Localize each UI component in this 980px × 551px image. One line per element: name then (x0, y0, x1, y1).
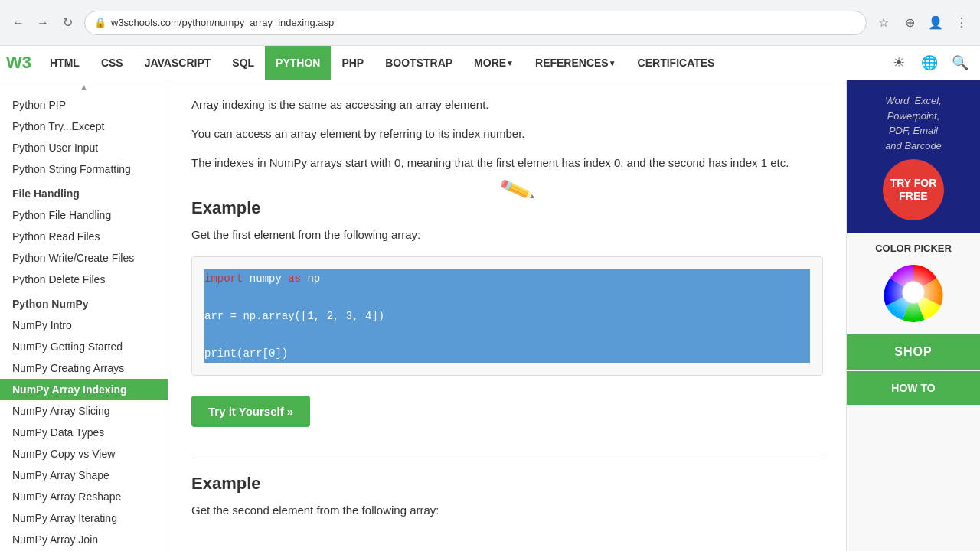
page-layout: ▲ Python PIP Python Try...Except Python … (0, 80, 980, 551)
content-para2: You can access an array element by refer… (191, 125, 823, 143)
how-to-button[interactable]: HOW TO (847, 371, 980, 405)
code-line-1: import numpy as np (204, 269, 810, 288)
nav-html[interactable]: HTML (39, 46, 90, 80)
ad-text-2: Powerpoint, (885, 109, 942, 124)
extensions-icon[interactable]: ⊕ (899, 12, 920, 34)
theme-toggle-icon[interactable]: ☀ (885, 49, 913, 77)
nav-css[interactable]: CSS (90, 46, 134, 80)
ad-text-4: and Barcode (885, 139, 942, 154)
right-sidebar: Word, Excel, Powerpoint, PDF, Email and … (846, 80, 980, 551)
example-desc-2: Get the second element from the followin… (191, 501, 823, 520)
sidebar-item-read-files[interactable]: Python Read Files (0, 226, 168, 247)
sidebar: ▲ Python PIP Python Try...Except Python … (0, 80, 168, 551)
sidebar-item-pip[interactable]: Python PIP (0, 94, 168, 116)
browser-icons: ☆ ⊕ 👤 ⋮ (873, 12, 972, 34)
content-para3: The indexes in NumPy arrays start with 0… (191, 154, 823, 172)
nav-sql[interactable]: SQL (221, 46, 265, 80)
site-logo[interactable]: W3 (6, 53, 31, 73)
bookmark-icon[interactable]: ☆ (873, 12, 894, 34)
nav-more[interactable]: MORE (463, 46, 524, 80)
address-bar[interactable]: 🔒 (84, 11, 867, 35)
sidebar-item-numpy-getting-started[interactable]: NumPy Getting Started (0, 336, 168, 357)
sidebar-item-numpy-array-iterating[interactable]: NumPy Array Iterating (0, 507, 168, 529)
code-import-keyword: import (204, 272, 243, 285)
sidebar-item-write-files[interactable]: Python Write/Create Files (0, 247, 168, 269)
sidebar-item-numpy-array-slicing[interactable]: NumPy Array Slicing (0, 400, 168, 422)
example-desc-1: Get the first element from the following… (191, 226, 823, 244)
ad-text: Word, Excel, Powerpoint, PDF, Email and … (885, 93, 942, 153)
refresh-button[interactable]: ↻ (57, 12, 78, 34)
main-nav: W3 HTML CSS JAVASCRIPT SQL PYTHON PHP BO… (0, 46, 980, 80)
try-it-yourself-button-1[interactable]: Try it Yourself » (191, 396, 310, 427)
url-input[interactable] (111, 17, 857, 28)
profile-icon[interactable]: 👤 (925, 12, 946, 34)
color-picker-section: COLOR PICKER (847, 233, 980, 334)
color-wheel-graphic[interactable] (883, 262, 944, 323)
scroll-up-indicator: ▲ (0, 80, 168, 94)
lock-icon: 🔒 (94, 17, 106, 28)
sidebar-item-numpy-creating-arrays[interactable]: NumPy Creating Arrays (0, 357, 168, 379)
browser-nav-buttons: ← → ↻ (8, 12, 78, 34)
sidebar-section-file-handling: File Handling (0, 180, 168, 204)
nav-python[interactable]: PYTHON (265, 46, 331, 80)
ad-try-free-button[interactable]: TRY FORFREE (883, 159, 944, 220)
sidebar-item-file-handling[interactable]: Python File Handling (0, 204, 168, 226)
content-para1: Array indexing is the same as accessing … (191, 96, 823, 114)
nav-items: HTML CSS JAVASCRIPT SQL PYTHON PHP BOOTS… (39, 46, 885, 80)
code-line-4 (204, 325, 810, 344)
content-divider (191, 458, 823, 458)
color-picker-title: COLOR PICKER (856, 243, 971, 254)
browser-chrome: ← → ↻ 🔒 ☆ ⊕ 👤 ⋮ (0, 0, 980, 46)
ad-text-3: PDF, Email (885, 123, 942, 139)
menu-icon[interactable]: ⋮ (951, 12, 972, 34)
sidebar-item-user-input[interactable]: Python User Input (0, 137, 168, 158)
code-line-2 (204, 288, 810, 306)
main-content: Array indexing is the same as accessing … (168, 80, 846, 551)
sidebar-section-numpy: Python NumPy (0, 290, 168, 315)
example-heading-2: Example (191, 474, 823, 494)
ad-block: Word, Excel, Powerpoint, PDF, Email and … (847, 80, 980, 233)
sidebar-item-numpy-data-types[interactable]: NumPy Data Types (0, 422, 168, 443)
code-container-1: import numpy as np arr = np.array([1, 2,… (191, 256, 823, 376)
shop-button[interactable]: SHOP (847, 334, 980, 370)
nav-bootstrap[interactable]: BOOTSTRAP (374, 46, 463, 80)
nav-references[interactable]: REFERENCES (524, 46, 627, 80)
sidebar-item-numpy-array-shape[interactable]: NumPy Array Shape (0, 465, 168, 486)
nav-javascript[interactable]: JAVASCRIPT (134, 46, 222, 80)
back-button[interactable]: ← (8, 12, 29, 34)
code-line-5: print(arr[0]) (204, 344, 810, 363)
sidebar-item-numpy-array-indexing[interactable]: NumPy Array Indexing (0, 379, 168, 400)
sidebar-item-string-formatting[interactable]: Python String Formatting (0, 158, 168, 180)
code-line-3: arr = np.array([1, 2, 3, 4]) (204, 307, 810, 325)
globe-icon[interactable]: 🌐 (916, 49, 943, 77)
sidebar-item-numpy-copy-vs-view[interactable]: NumPy Copy vs View (0, 443, 168, 465)
sidebar-item-delete-files[interactable]: Python Delete Files (0, 269, 168, 290)
code-np-text: np (307, 272, 320, 285)
code-import-text: numpy (250, 272, 288, 285)
sidebar-item-try-except[interactable]: Python Try...Except (0, 116, 168, 137)
forward-button[interactable]: → (32, 12, 54, 34)
svg-point-1 (903, 282, 925, 304)
search-icon[interactable]: 🔍 (946, 49, 974, 77)
code-as-keyword: as (288, 272, 301, 285)
sidebar-item-numpy-intro[interactable]: NumPy Intro (0, 315, 168, 336)
nav-certificates[interactable]: CERTIFICATES (627, 46, 726, 80)
nav-right-icons: ☀ 🌐 🔍 (885, 49, 974, 77)
sidebar-item-numpy-array-reshape[interactable]: NumPy Array Reshape (0, 486, 168, 507)
nav-php[interactable]: PHP (331, 46, 374, 80)
code-block-1: import numpy as np arr = np.array([1, 2,… (192, 257, 822, 375)
sidebar-item-numpy-array-join[interactable]: NumPy Array Join (0, 529, 168, 550)
ad-text-1: Word, Excel, (885, 93, 942, 109)
